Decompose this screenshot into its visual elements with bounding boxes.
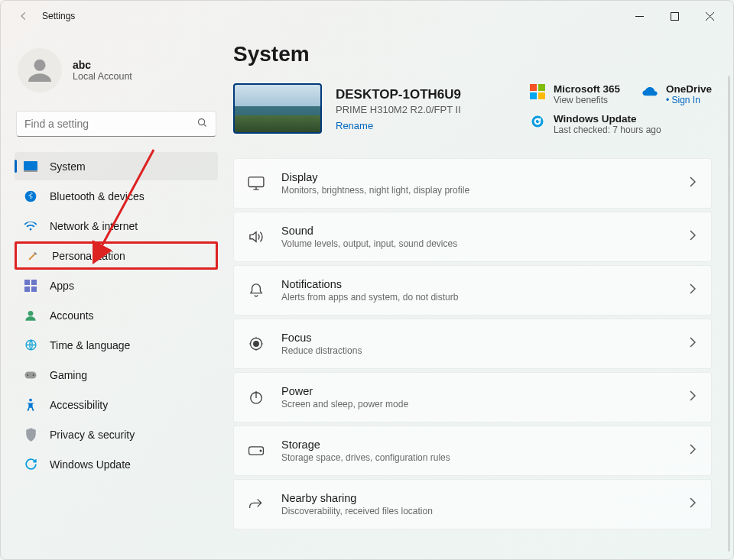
main-content: System DESKTOP-1OTH6U9 PRIME H310M2 R2.0… bbox=[230, 31, 733, 559]
sidebar-item-time-language[interactable]: Time & language bbox=[15, 331, 218, 359]
update-icon bbox=[24, 458, 37, 471]
setting-subtitle: Volume levels, output, input, sound devi… bbox=[281, 238, 457, 249]
wifi-icon bbox=[24, 219, 37, 233]
svg-rect-18 bbox=[530, 92, 537, 99]
chevron-right-icon bbox=[690, 497, 696, 511]
sidebar-item-gaming[interactable]: Gaming bbox=[15, 361, 218, 389]
page-title: System bbox=[233, 42, 712, 66]
setting-item-sound[interactable]: Sound Volume levels, output, input, soun… bbox=[233, 212, 712, 262]
svg-point-10 bbox=[28, 311, 34, 316]
hero-card-onedrive[interactable]: OneDrive Sign In bbox=[641, 83, 712, 105]
sidebar-item-update[interactable]: Windows Update bbox=[15, 450, 218, 478]
chevron-right-icon bbox=[690, 230, 696, 244]
scrollbar[interactable] bbox=[728, 76, 730, 552]
display-icon bbox=[248, 175, 265, 192]
gamepad-icon bbox=[24, 368, 37, 382]
hero-card-title: Microsoft 365 bbox=[554, 83, 620, 95]
user-name: abc bbox=[73, 59, 132, 71]
nav-list: System Bluetooth & devices Network & int… bbox=[15, 152, 218, 478]
sidebar-item-accessibility[interactable]: Accessibility bbox=[15, 390, 218, 419]
power-icon bbox=[248, 389, 265, 406]
maximize-button[interactable] bbox=[657, 4, 692, 28]
setting-title: Display bbox=[281, 171, 469, 183]
chevron-right-icon bbox=[690, 176, 696, 190]
svg-point-14 bbox=[33, 374, 34, 375]
bell-icon bbox=[248, 282, 265, 299]
svg-point-2 bbox=[199, 118, 205, 125]
sidebar-item-personalization[interactable]: Personalization bbox=[15, 241, 218, 270]
svg-rect-4 bbox=[24, 170, 37, 172]
back-button[interactable] bbox=[16, 8, 31, 24]
sidebar-item-label: Bluetooth & devices bbox=[50, 190, 145, 202]
sidebar-item-apps[interactable]: Apps bbox=[15, 271, 218, 299]
sidebar-item-system[interactable]: System bbox=[15, 152, 218, 180]
user-account-row[interactable]: abc Local Account bbox=[15, 39, 218, 106]
svg-rect-7 bbox=[31, 280, 37, 285]
globe-clock-icon bbox=[24, 338, 37, 352]
setting-item-nearby-sharing[interactable]: Nearby sharing Discoverability, received… bbox=[233, 479, 712, 529]
share-icon bbox=[248, 496, 265, 513]
sidebar-item-privacy[interactable]: Privacy & security bbox=[15, 420, 218, 448]
sidebar-item-label: Personalization bbox=[52, 250, 125, 262]
svg-rect-12 bbox=[25, 371, 37, 378]
setting-title: Storage bbox=[281, 439, 450, 451]
user-subtitle: Local Account bbox=[73, 71, 132, 82]
chevron-right-icon bbox=[690, 283, 696, 297]
svg-rect-3 bbox=[24, 161, 37, 170]
m365-icon bbox=[529, 83, 546, 100]
sidebar-item-label: Windows Update bbox=[50, 458, 131, 471]
settings-list: Display Monitors, brightness, night ligh… bbox=[233, 158, 712, 529]
sidebar-item-label: System bbox=[50, 160, 86, 173]
setting-item-display[interactable]: Display Monitors, brightness, night ligh… bbox=[233, 158, 712, 209]
sidebar-item-label: Network & internet bbox=[50, 220, 138, 232]
hero-card-subtitle: Sign In bbox=[666, 95, 712, 105]
setting-title: Sound bbox=[281, 225, 457, 237]
close-button[interactable] bbox=[692, 4, 727, 28]
svg-point-20 bbox=[531, 116, 543, 128]
sidebar-item-bluetooth[interactable]: Bluetooth & devices bbox=[15, 182, 218, 210]
bluetooth-icon bbox=[24, 189, 37, 203]
update-icon bbox=[529, 113, 546, 130]
sidebar-item-label: Apps bbox=[50, 280, 74, 292]
hero-card-title: OneDrive bbox=[666, 83, 712, 95]
accessibility-icon bbox=[24, 398, 37, 412]
setting-title: Power bbox=[281, 385, 408, 397]
svg-point-1 bbox=[34, 60, 46, 71]
system-icon bbox=[24, 160, 37, 173]
search-icon bbox=[196, 117, 208, 131]
svg-point-23 bbox=[254, 342, 259, 347]
sidebar-item-label: Accounts bbox=[50, 309, 94, 322]
chevron-right-icon bbox=[690, 337, 696, 351]
setting-item-storage[interactable]: Storage Storage space, drives, configura… bbox=[233, 426, 712, 476]
device-name: DESKTOP-1OTH6U9 bbox=[336, 87, 461, 102]
search-input-wrap[interactable] bbox=[16, 111, 216, 137]
apps-icon bbox=[24, 279, 37, 293]
setting-title: Focus bbox=[281, 332, 362, 344]
wallpaper-thumbnail[interactable] bbox=[233, 83, 322, 134]
sidebar-item-accounts[interactable]: Accounts bbox=[15, 301, 218, 329]
setting-subtitle: Discoverability, received files location bbox=[281, 506, 433, 516]
sidebar-item-label: Gaming bbox=[50, 369, 87, 381]
search-input[interactable] bbox=[24, 118, 196, 130]
sound-icon bbox=[248, 228, 265, 245]
setting-subtitle: Screen and sleep, power mode bbox=[281, 399, 408, 409]
setting-item-notifications[interactable]: Notifications Alerts from apps and syste… bbox=[233, 265, 712, 316]
hero-card-update[interactable]: Windows Update Last checked: 7 hours ago bbox=[529, 113, 712, 135]
setting-item-power[interactable]: Power Screen and sleep, power mode bbox=[233, 372, 712, 422]
setting-item-focus[interactable]: Focus Reduce distractions bbox=[233, 319, 712, 369]
minimize-button[interactable] bbox=[622, 4, 657, 28]
person-icon bbox=[24, 309, 37, 322]
hero-card-subtitle: Last checked: 7 hours ago bbox=[554, 125, 661, 135]
sidebar-item-label: Time & language bbox=[50, 339, 130, 351]
avatar bbox=[18, 48, 62, 92]
sidebar-item-network[interactable]: Network & internet bbox=[15, 212, 218, 240]
svg-point-15 bbox=[29, 398, 32, 401]
svg-rect-0 bbox=[671, 12, 678, 20]
focus-icon bbox=[248, 335, 265, 352]
hero-card-m365[interactable]: Microsoft 365 View benefits bbox=[529, 83, 620, 105]
onedrive-icon bbox=[641, 83, 658, 100]
rename-link[interactable]: Rename bbox=[336, 120, 461, 131]
setting-subtitle: Storage space, drives, configuration rul… bbox=[281, 452, 450, 463]
svg-rect-16 bbox=[530, 84, 537, 91]
setting-title: Nearby sharing bbox=[281, 492, 433, 504]
